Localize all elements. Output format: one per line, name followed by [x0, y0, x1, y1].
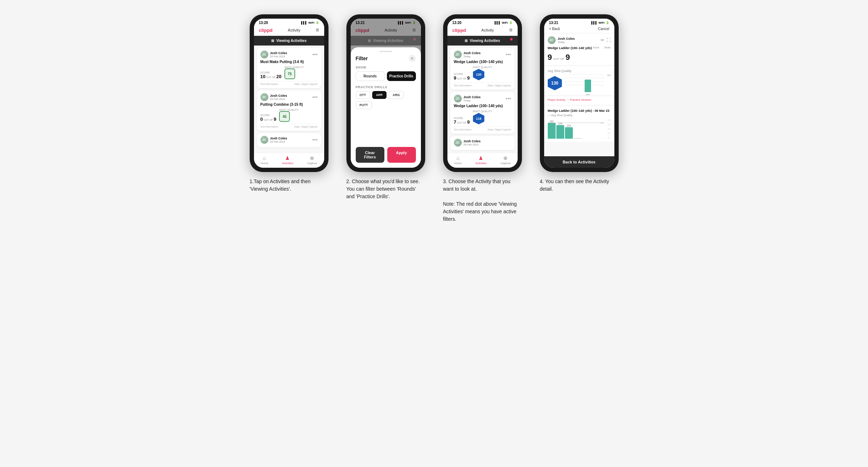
back-to-activities-button-4[interactable]: Back to Activities [544, 156, 614, 168]
drill-app-2[interactable]: APP [372, 91, 387, 99]
battery-icon-3: 🔋 [509, 21, 513, 24]
tab-bar-1: ⌂ Home ♟ Activities ⊕ Capture [254, 153, 324, 168]
drill-title-4: Wedge Ladder (100–140 yds) [548, 46, 593, 50]
card-user-3-3: JC Josh Coles 28 Feb 2023 [454, 139, 481, 147]
stats-row-1-2: Score 0 OUT OF 9 Shot Quality 45 [260, 109, 318, 122]
card-header-3-1: JC Josh Coles Today ••• [454, 51, 511, 58]
back-button-4[interactable]: < Back [549, 27, 560, 31]
expand-icon-4[interactable]: ⛶ [606, 38, 611, 43]
phones-row: 13:20 ▌▌▌ WiFi 🔋 clippd Activity ≡ ⊞ [246, 14, 622, 223]
phone-3-screen: 13:20 ▌▌▌ WiFi 🔋 clippd Activity ≡ ⊞ [447, 19, 518, 168]
drill-putt-2[interactable]: PUTT [356, 101, 372, 109]
user-name-3-3: Josh Coles [464, 139, 481, 143]
viewing-label-3: Viewing Activities [470, 39, 500, 43]
activity-card-3-2[interactable]: JC Josh Coles Today ••• Wedge Ladder (10… [450, 92, 515, 134]
clear-filters-button-2[interactable]: Clear Filters [356, 147, 384, 163]
home-icon-1: ⌂ [263, 155, 266, 161]
app-title-3: Activity [481, 28, 494, 32]
target-value-4: 124 [600, 122, 603, 124]
modal-close-2[interactable]: × [409, 55, 416, 62]
apply-button-2[interactable]: Apply [387, 147, 416, 163]
user-name-1-3: Josh Coles [270, 137, 287, 140]
shots-col-label-4: Shots [604, 46, 611, 49]
activities-label-3: Activities [475, 162, 487, 165]
avg-shot-title-4: Avg Shot Quality [548, 69, 611, 73]
sq-hex-3-1: 130 [473, 68, 485, 81]
bar-4-4 [574, 138, 581, 139]
bar-3-4: 124 [565, 124, 573, 139]
modal-header-2: Filter × [356, 55, 416, 62]
score-value-1-1: 10 OUT OF 20 [260, 74, 282, 79]
filter-drills-2[interactable]: Practice Drills [387, 71, 416, 81]
footer-left-3-2: Test Information [454, 128, 472, 131]
modal-backdrop-2[interactable] [351, 19, 421, 47]
score-label-1-2: Score [260, 114, 277, 116]
edit-icon-4[interactable]: ✏ [601, 38, 604, 43]
score-num-1-1: 10 [260, 74, 265, 79]
home-label-1: Home [261, 162, 268, 165]
card-user-1-1: JC Josh Coles 28 Feb 2023 [260, 51, 287, 58]
sq-hex-3-2: 118 [473, 113, 485, 125]
home-label-3: Home [454, 162, 462, 165]
detail-user-row-4: JC Josh Coles Today ✏ ⛶ [548, 36, 611, 44]
activity-card-1-2[interactable]: JC Josh Coles 28 Feb 2023 ••• Putting Co… [257, 90, 321, 131]
modal-title-2: Filter [356, 56, 368, 61]
app-logo-1: clippd [259, 28, 273, 33]
app-logo-3: clippd [452, 28, 466, 33]
tab-home-3[interactable]: ⌂ Home [454, 155, 462, 165]
viewing-banner-3[interactable]: ⊞ Viewing Activities [447, 36, 518, 46]
phone-column-3: 13:20 ▌▌▌ WiFi 🔋 clippd Activity ≡ ⊞ [440, 14, 526, 223]
more-dots-1-2[interactable]: ••• [312, 95, 318, 100]
caption-4: 4. You can then see the Activity detail. [540, 178, 619, 193]
card-header-1-3: JC Josh Coles 28 Feb 2023 ••• [260, 136, 318, 144]
drill-arg-2[interactable]: ARG [389, 91, 404, 99]
tab-capture-1[interactable]: ⊕ Capture [307, 155, 317, 165]
status-icons-3: ▌▌▌ WiFi 🔋 [495, 21, 513, 24]
more-dots-1-3[interactable]: ••• [312, 137, 318, 142]
score-label-3-1: Score [454, 73, 470, 75]
stat-sq-1-1: Shot Quality 75 [284, 66, 304, 79]
activity-card-3-1[interactable]: JC Josh Coles Today ••• Wedge Ladder (10… [450, 48, 515, 90]
tab-home-1[interactable]: ⌂ Home [261, 155, 268, 165]
status-bar-3: 13:20 ▌▌▌ WiFi 🔋 [447, 19, 518, 25]
menu-icon-1[interactable]: ≡ [316, 27, 319, 33]
avatar-1-2: JC [260, 93, 268, 101]
user-info-1-1: Josh Coles 28 Feb 2023 [270, 51, 287, 58]
activities-label-1: Activities [282, 162, 293, 165]
drill-ott-2[interactable]: OTT [356, 91, 370, 99]
outof-3-2: OUT OF [457, 121, 466, 124]
footer-right-3-1: Data: Clippd Capture [488, 84, 511, 87]
user-info-3-2: Josh Coles Today [464, 95, 481, 102]
tab-activities-1[interactable]: ♟ Activities [282, 155, 293, 165]
score-num-1-2: 0 [260, 116, 263, 122]
app-nav-3: clippd Activity ≡ [447, 25, 518, 36]
activities-icon-1: ♟ [285, 155, 290, 161]
footer-left-1-2: Test Information [260, 125, 278, 128]
user-info-1-2: Josh Coles 28 Feb 2023 [270, 94, 287, 101]
card-user-3-1: JC Josh Coles Today [454, 51, 481, 58]
more-dots-3-1[interactable]: ••• [506, 52, 511, 57]
more-dots-1-1[interactable]: ••• [312, 52, 318, 57]
target-line-4 [548, 123, 604, 123]
outof-1-1: OUT OF [266, 76, 275, 78]
stats-row-3-1: Score 9 OUT OF 9 Shot Quality 1 [454, 66, 511, 81]
score-value-1-2: 0 OUT OF 9 [260, 116, 277, 122]
wifi-icon-4: WiFi [599, 21, 605, 24]
tab-capture-3[interactable]: ⊕ Capture [500, 155, 510, 165]
footer-right-1-2: Data: Clippd Capture [294, 125, 317, 128]
phone-3: 13:20 ▌▌▌ WiFi 🔋 clippd Activity ≡ ⊞ [443, 14, 522, 172]
user-date-1-3: 28 Feb 2023 [270, 140, 287, 143]
more-dots-3-2[interactable]: ••• [506, 96, 511, 101]
activity-card-1-1[interactable]: JC Josh Coles 28 Feb 2023 ••• Must Make … [257, 48, 321, 88]
avatar-4: JC [548, 36, 556, 44]
activity-card-3-3: JC Josh Coles 28 Feb 2023 [450, 136, 515, 150]
viewing-banner-1[interactable]: ⊞ Viewing Activities [254, 36, 324, 46]
cancel-button-4[interactable]: Cancel [598, 27, 609, 31]
user-date-3-1: Today [464, 55, 481, 58]
tab-activities-3[interactable]: ♟ Activities [475, 155, 487, 165]
user-date-4: Today [558, 40, 575, 44]
detail-metric-row-4: 9 OUT OF 9 [548, 53, 611, 62]
capture-label-1: Capture [307, 162, 317, 165]
menu-icon-3[interactable]: ≡ [509, 27, 512, 33]
filter-rounds-2[interactable]: Rounds [356, 71, 385, 81]
